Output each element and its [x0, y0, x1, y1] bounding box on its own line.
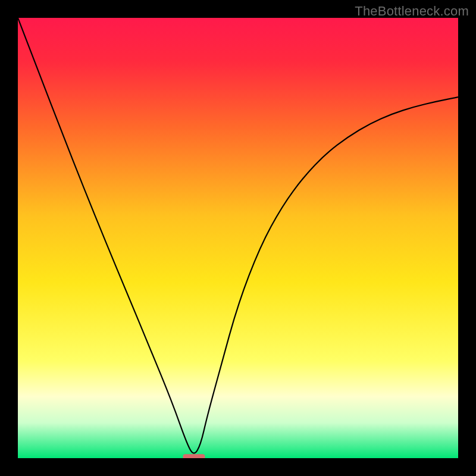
gradient-background	[18, 18, 458, 458]
optimal-marker	[183, 454, 205, 458]
watermark-text: TheBottleneck.com	[355, 4, 469, 19]
chart-container: TheBottleneck.com	[0, 0, 476, 476]
bottleneck-chart	[18, 18, 458, 458]
plot-area	[18, 18, 458, 458]
